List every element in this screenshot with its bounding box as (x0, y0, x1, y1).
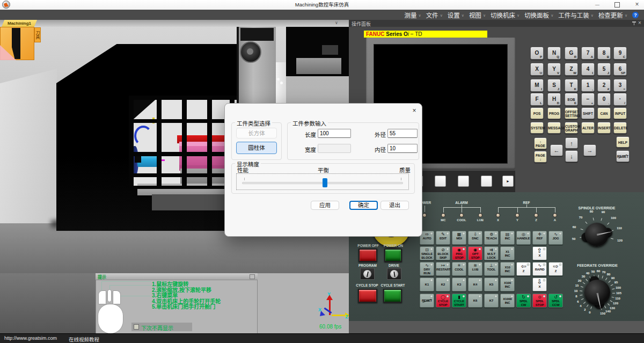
mdi-key-[interactable]: ·/ (613, 93, 627, 106)
softkey-4[interactable] (435, 176, 446, 187)
panel-button-x[interactable]: ⇧X (532, 246, 547, 260)
cylinder-button[interactable]: 圆柱体 (236, 142, 277, 154)
panel-button-k4[interactable]: K4 (468, 278, 482, 291)
mdi-key-1[interactable]: 1, (581, 79, 595, 92)
drive-keyswitch[interactable] (387, 268, 401, 280)
func-key-custom-graph[interactable]: CUSTOM GRAPH (565, 122, 578, 134)
hint-checkbox[interactable] (134, 324, 139, 330)
panel-button-tool[interactable]: ⊥TOOL (484, 262, 499, 276)
menu-item-[interactable]: 文件 (426, 11, 438, 19)
power-off-button[interactable] (358, 249, 377, 262)
exit-button[interactable]: 退出 (380, 201, 409, 210)
mdi-key-s[interactable]: SJ (547, 79, 561, 92)
mdi-key-[interactable]: −+ (581, 93, 595, 106)
mdi-key-y[interactable]: YV (547, 63, 561, 76)
tool-tab[interactable]: 刀具 (34, 27, 41, 42)
panel-button-cycle-start[interactable]: ▮CYCLESTART (452, 294, 466, 308)
mdi-key-f[interactable]: FL (530, 93, 544, 106)
nav-key-help[interactable]: HELP (616, 136, 630, 148)
panel-button-lub[interactable]: ≋LUB (468, 262, 482, 276)
mdi-key-m[interactable]: MI (530, 79, 544, 92)
close-button[interactable]: × (629, 0, 644, 10)
func-key-pos[interactable]: POS (530, 107, 544, 119)
nav-key-reset[interactable]: RESET (616, 150, 630, 162)
func-key-alter[interactable]: ALTER (581, 122, 595, 134)
panel-button-rapid[interactable]: ∿RAPID (532, 262, 547, 276)
menu-item-[interactable]: 切换机床 (491, 11, 515, 19)
minimize-button[interactable]: — (589, 0, 605, 10)
panel-button-handle[interactable]: ◎HANDLE (516, 231, 531, 245)
tab-machining1[interactable]: Machining1 (2, 20, 37, 27)
panel-button-cycle-stop[interactable]: ◯CYCLESTOP (436, 294, 450, 308)
panel-button-z[interactable]: ⇦Z (516, 262, 531, 276)
panel-button-edit[interactable]: ✎EDIT (436, 231, 450, 245)
func-key-system[interactable]: SYSTEM (530, 122, 544, 134)
nav-key-down[interactable]: ↓ (565, 150, 578, 162)
panel-button-z[interactable]: ⇨Z (548, 262, 563, 276)
precision-slider[interactable] (236, 173, 409, 190)
help-icon[interactable]: ? (632, 12, 639, 18)
mdi-key-7[interactable]: 7A (581, 47, 595, 60)
panel-button-x[interactable]: ⇩X (532, 278, 547, 291)
panel-button-spdl-cw[interactable]: ↻SPDLCW (516, 294, 531, 308)
panel-button-ref[interactable]: ✛REF (532, 231, 547, 245)
nav-key-page-up[interactable]: ↑ PAGE (534, 137, 547, 149)
panel-button-restart[interactable]: ↦RESTART (436, 262, 450, 276)
precision-slider-handle[interactable] (323, 178, 327, 187)
mdi-key-n[interactable]: NQ (547, 47, 561, 60)
panel-button-dnc[interactable]: ⇩DNC (468, 231, 482, 245)
hint-checkbox-label[interactable]: 下次不再显示 (141, 324, 173, 332)
hint-close-button[interactable] (250, 274, 255, 279)
panel-button-dry-run[interactable]: ∿DRYRUN (420, 262, 434, 276)
panel-button-opt-stop[interactable]: ◉OPTSTOP (468, 246, 482, 260)
power-on-button[interactable] (384, 249, 402, 262)
mdi-key-8[interactable]: 8B (597, 47, 611, 60)
mdi-key-2[interactable]: 2# (597, 79, 611, 92)
panel-button-m-s-t-lock[interactable]: ⇉M.S.TLOCK (484, 246, 499, 260)
panel-button-x10-inc[interactable]: X10INC (500, 262, 515, 276)
mdi-key-g[interactable]: GR (565, 47, 578, 60)
panel-button-cool[interactable]: ✳COOL (452, 262, 466, 276)
dialog-close-button[interactable]: × (409, 106, 419, 115)
mdi-key-4[interactable]: 4I (581, 63, 595, 76)
menu-item-[interactable]: 测量 (405, 11, 417, 19)
mdi-key-6[interactable]: 6SP (613, 63, 627, 76)
status-tutorial-link[interactable]: 在线视频教程 (69, 335, 99, 343)
panel-button-spdl-stop[interactable]: ⊝SPDLSTOP (532, 294, 547, 308)
outer-diameter-input[interactable] (387, 129, 418, 138)
panel-button-mdi[interactable]: ▦MDI (452, 231, 466, 245)
nav-key-up[interactable]: ↑ (565, 137, 578, 149)
panel-button-block-skip[interactable]: ⊘BLOCKSKIP (436, 246, 450, 260)
func-key-can[interactable]: CAN (597, 107, 611, 119)
feedrate-override-knob[interactable] (584, 280, 610, 305)
func-key-shift[interactable]: SHIFT (581, 107, 595, 119)
mdi-key-5[interactable]: 5J (597, 63, 611, 76)
softkey-next-icon[interactable]: ► (502, 176, 514, 187)
nav-key-page-down[interactable]: PAGE ↓ (534, 151, 547, 163)
func-key-offset-setting[interactable]: OFFSET SETTING (565, 107, 578, 119)
mdi-key-o[interactable]: OP (530, 47, 544, 60)
func-key-delete[interactable]: DELETE (613, 122, 627, 134)
menu-item-[interactable]: 视图 (469, 11, 481, 19)
menu-item-[interactable]: 设置 (448, 11, 460, 19)
panel-button-jog[interactable]: ∿JOG (548, 231, 563, 245)
mdi-key-3[interactable]: 3= (613, 79, 627, 92)
func-key-prog[interactable]: PROG (547, 107, 561, 119)
panel-button-x1000-inc[interactable]: X1000INC (500, 294, 515, 308)
func-key-insert[interactable]: INSERT (597, 122, 611, 134)
panel-button-x100-inc[interactable]: X100INC (500, 278, 515, 291)
mdi-key-9[interactable]: 9C (613, 47, 627, 60)
mdi-key-h[interactable]: HD (547, 93, 561, 106)
mdi-key-x[interactable]: XU (530, 63, 544, 76)
nav-key-right[interactable]: → (583, 144, 596, 156)
panel-button-x1-inc[interactable]: X1INC (500, 246, 515, 260)
tabstrip-menu-chevron-icon[interactable]: ∨ (335, 20, 338, 25)
panel-button-k2[interactable]: K2 (436, 278, 450, 291)
inner-diameter-input[interactable] (387, 144, 418, 153)
mdi-key-0[interactable]: 0. (597, 93, 611, 106)
mdi-key-eob[interactable]: EOBE (565, 93, 578, 106)
nav-key-left[interactable]: ← (550, 144, 563, 156)
panel-button-k5[interactable]: K5 (484, 278, 499, 291)
softkey-6[interactable] (481, 176, 492, 187)
mdi-key-z[interactable]: ZW (565, 63, 578, 76)
